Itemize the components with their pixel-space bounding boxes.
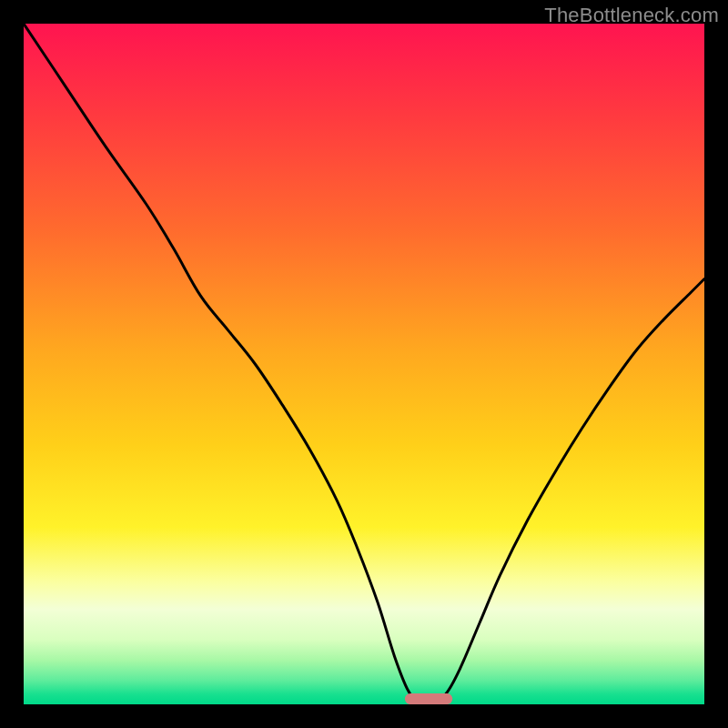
- gradient-background: [24, 24, 704, 704]
- chart-svg: [24, 24, 704, 704]
- optimal-range-marker: [405, 693, 452, 704]
- chart-area: [24, 24, 704, 704]
